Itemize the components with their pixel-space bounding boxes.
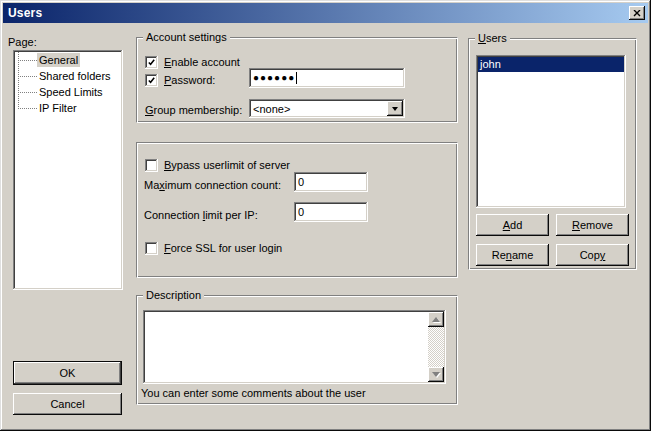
users-group-title: Users <box>475 32 510 45</box>
connection-limits-group: Bypass userlimit of server Maximum conne… <box>136 142 458 278</box>
scroll-down-button[interactable] <box>428 367 444 382</box>
force-ssl-label: Force SSL for user login <box>164 242 282 255</box>
ok-button[interactable]: OK <box>13 361 122 385</box>
scroll-up-icon <box>432 317 440 322</box>
tree-branch-line <box>18 76 37 77</box>
scroll-up-button[interactable] <box>428 312 444 327</box>
checkbox-box[interactable] <box>145 159 158 172</box>
description-group: Description You can enter some comments … <box>136 295 458 405</box>
remove-button-label: Remove <box>572 219 613 231</box>
dropdown-arrow-icon <box>392 107 398 111</box>
tree-item-label: IP Filter <box>37 101 79 115</box>
account-settings-group-title: Account settings <box>143 31 230 44</box>
tree-item-shared-folders[interactable]: Shared folders <box>13 68 123 84</box>
description-textarea[interactable] <box>143 310 446 384</box>
password-dots: ●●●●●● <box>253 73 295 83</box>
page-label: Page: <box>8 36 37 49</box>
per-ip-limit-label: Connection limit per IP: <box>144 209 258 222</box>
checkbox-box[interactable] <box>145 242 158 255</box>
tree-branch-line <box>18 92 37 93</box>
description-scrollbar[interactable] <box>428 312 444 382</box>
titlebar[interactable]: Users <box>3 3 648 23</box>
tree-item-ip-filter[interactable]: IP Filter <box>13 100 123 116</box>
text-caret <box>296 72 297 84</box>
enable-account-label: Enable account <box>164 56 240 69</box>
max-connections-value: 0 <box>298 176 304 188</box>
close-icon <box>633 10 641 17</box>
copy-button[interactable]: Copy <box>556 244 629 266</box>
add-button-label: Add <box>503 219 523 231</box>
copy-button-label: Copy <box>580 249 606 261</box>
users-dialog-window: Users Page: General Shared folders Speed… <box>0 0 651 431</box>
tree-item-speed-limits[interactable]: Speed Limits <box>13 84 123 100</box>
max-connections-input[interactable]: 0 <box>294 172 368 192</box>
tree-branch-line <box>18 108 37 109</box>
users-listbox[interactable]: john <box>476 55 626 208</box>
rename-button[interactable]: Rename <box>476 244 549 266</box>
account-settings-group: Account settings Enable account Password… <box>136 37 458 123</box>
per-ip-limit-value: 0 <box>298 206 304 218</box>
group-membership-value: <none> <box>253 103 290 115</box>
dropdown-arrow-button[interactable] <box>387 101 403 116</box>
bypass-userlimit-label: Bypass userlimit of server <box>164 159 290 172</box>
remove-button[interactable]: Remove <box>556 214 629 236</box>
group-membership-select[interactable]: <none> <box>249 99 405 118</box>
list-item-john[interactable]: john <box>478 57 624 72</box>
add-button[interactable]: Add <box>476 214 549 236</box>
rename-button-label: Rename <box>492 249 534 261</box>
per-ip-limit-input[interactable]: 0 <box>294 202 368 222</box>
cancel-button-label: Cancel <box>50 398 84 410</box>
tree-item-general[interactable]: General <box>13 52 123 68</box>
max-connections-label: Maximum connection count: <box>144 179 281 192</box>
users-group: Users john Add Remove Rename Copy <box>468 38 637 270</box>
checkbox-box[interactable] <box>145 56 158 69</box>
ok-button-label: OK <box>60 367 76 379</box>
password-checkbox[interactable]: Password: <box>145 74 215 87</box>
scroll-down-icon <box>432 372 440 377</box>
checkbox-box[interactable] <box>145 74 158 87</box>
tree-item-label: Speed Limits <box>37 85 105 99</box>
password-input[interactable]: ●●●●●● <box>249 68 405 88</box>
description-hint: You can enter some comments about the us… <box>141 387 366 400</box>
tree-item-label: Shared folders <box>37 69 113 83</box>
checkmark-icon <box>147 76 156 85</box>
window-title: Users <box>8 6 42 20</box>
enable-account-checkbox[interactable]: Enable account <box>145 56 240 69</box>
page-tree[interactable]: General Shared folders Speed Limits IP F… <box>13 50 123 290</box>
password-label: Password: <box>164 74 215 87</box>
cancel-button[interactable]: Cancel <box>13 393 122 415</box>
force-ssl-checkbox[interactable]: Force SSL for user login <box>145 242 282 255</box>
tree-item-label: General <box>37 53 80 67</box>
tree-branch-line <box>18 60 37 61</box>
close-button[interactable] <box>629 6 645 20</box>
checkmark-icon <box>147 58 156 67</box>
bypass-userlimit-checkbox[interactable]: Bypass userlimit of server <box>145 159 290 172</box>
description-group-title: Description <box>143 289 204 302</box>
group-membership-label: Group membership: <box>145 104 242 117</box>
